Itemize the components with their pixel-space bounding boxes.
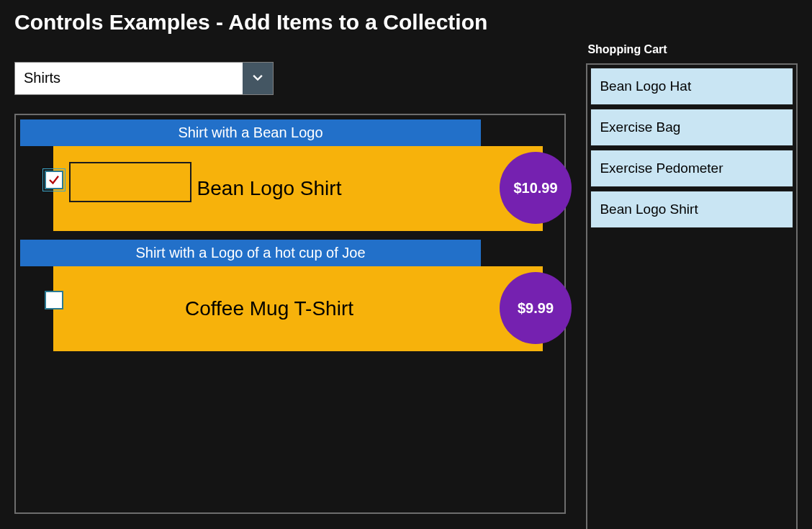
cart-title: Shopping Cart (586, 43, 798, 56)
checkbox-box (45, 291, 63, 309)
product-name: Bean Logo Shirt (53, 177, 543, 200)
checkmark-icon (48, 173, 60, 186)
product-checkbox[interactable] (43, 289, 65, 311)
category-dropdown[interactable]: Shirts (14, 62, 274, 95)
right-column: Shopping Cart Bean Logo Hat Exercise Bag… (586, 42, 798, 529)
product-name: Coffee Mug T-Shirt (53, 297, 543, 320)
left-column: Shirts Shirt with a Bean Logo Bean Logo … (14, 42, 566, 529)
chevron-down-icon[interactable] (243, 63, 273, 94)
product-body: Coffee Mug T-Shirt $9.99 (53, 266, 543, 351)
cart-item[interactable]: Bean Logo Shirt (590, 191, 793, 228)
product-checkbox[interactable] (43, 169, 65, 191)
cart-item[interactable]: Bean Logo Hat (590, 68, 793, 105)
page-title: Controls Examples - Add Items to a Colle… (0, 0, 812, 42)
category-dropdown-value: Shirts (15, 63, 243, 94)
product-description: Shirt with a Logo of a hot cup of Joe (20, 240, 481, 266)
checkbox-box (45, 171, 63, 189)
product-description: Shirt with a Bean Logo (20, 119, 481, 146)
product-body: Bean Logo Shirt $10.99 (53, 146, 543, 231)
products-panel: Shirt with a Bean Logo Bean Logo Shirt $… (14, 114, 566, 514)
price-badge: $10.99 (500, 152, 572, 224)
product-card: Shirt with a Logo of a hot cup of Joe Co… (20, 240, 560, 351)
cart-panel: Bean Logo Hat Exercise Bag Exercise Pedo… (586, 63, 798, 529)
cart-item[interactable]: Exercise Pedometer (590, 150, 793, 187)
price-badge: $9.99 (500, 272, 572, 344)
product-card: Shirt with a Bean Logo Bean Logo Shirt $… (20, 119, 560, 231)
cart-item[interactable]: Exercise Bag (590, 109, 793, 146)
